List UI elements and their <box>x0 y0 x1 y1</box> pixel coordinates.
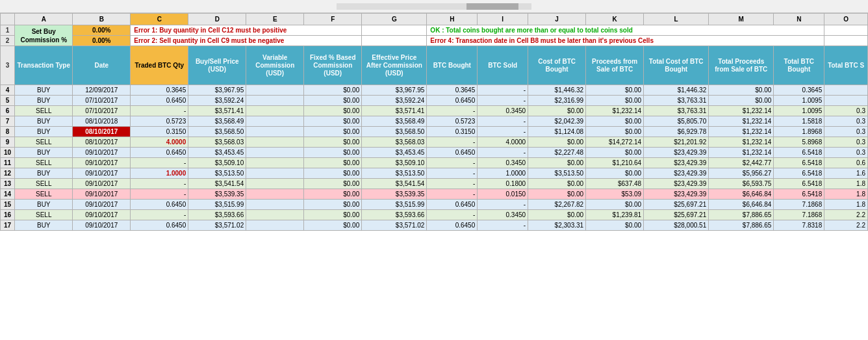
cell-fixed-comm: $0.00 <box>304 179 362 189</box>
col-a-header[interactable]: A <box>15 14 73 25</box>
col-j-header[interactable]: J <box>528 14 586 25</box>
cell-date: 09/10/2017 <box>73 220 131 231</box>
cell-proceeds: $0.00 <box>586 168 644 179</box>
cell-qty: 1.0000 <box>131 168 188 179</box>
error4-cell: Error 4: Transaction date in Cell B8 mus… <box>427 36 824 46</box>
cell-qty: 0.5723 <box>131 116 188 127</box>
cell-total-btc-bought: 6.5418 <box>774 158 824 168</box>
data-row-5: 5BUY07/10/20170.6450$3,592.24$0.00$3,592… <box>1 96 868 106</box>
col-o-header[interactable]: O <box>824 14 868 25</box>
top-bar <box>0 0 868 13</box>
cell-eff-price: $3,568.49 <box>362 116 427 127</box>
cell-eff-price: $3,568.03 <box>362 137 427 148</box>
cell-cost-bought: $0.00 <box>528 158 586 168</box>
cell-btc-sold: - <box>478 200 528 210</box>
cell-date: 09/10/2017 <box>73 200 131 210</box>
data-row-17: 17BUY09/10/20170.6450$3,571.02$0.00$3,57… <box>1 220 868 231</box>
col-i-header[interactable]: I <box>478 14 528 25</box>
ok1-cell: OK : Total coins bought are more than or… <box>427 25 824 36</box>
cell-btc-sold: 0.3450 <box>478 158 528 168</box>
cell-price: $3,967.95 <box>188 85 246 96</box>
cell-total-btc-bought: 7.8318 <box>774 220 824 231</box>
cell-proceeds: $0.00 <box>586 148 644 158</box>
cell-qty: 0.3150 <box>131 127 188 137</box>
cell-total-proceeds: $7,886.65 <box>709 220 774 231</box>
buy-commission-value[interactable]: 0.00% <box>73 25 131 36</box>
col-d-header[interactable]: D <box>188 14 246 25</box>
set-buy-commission-label: Set BuyCommission % <box>15 25 73 46</box>
cell-btc-bought: 0.5723 <box>427 116 478 127</box>
header-fixed-commission: Fixed % Based Commission (USD) <box>304 46 362 85</box>
cell-var-comm <box>246 179 304 189</box>
cell-fixed-comm: $0.00 <box>304 116 362 127</box>
sell-commission-value[interactable]: 0.00% <box>73 36 131 46</box>
col-l-header[interactable]: L <box>644 14 709 25</box>
cell-type: SELL <box>15 137 73 148</box>
cell-var-comm <box>246 158 304 168</box>
row-num-4: 4 <box>1 85 15 96</box>
cell-var-comm <box>246 220 304 231</box>
cell-type: BUY <box>15 200 73 210</box>
cell-total-btc-sold: 1.8 <box>824 179 868 189</box>
cell-btc-sold: - <box>478 96 528 106</box>
col-g-header[interactable]: G <box>362 14 427 25</box>
col-k-header[interactable]: K <box>586 14 644 25</box>
cell-price: $3,568.03 <box>188 137 246 148</box>
cell-proceeds: $1,210.64 <box>586 158 644 168</box>
data-row-11: 11SELL09/10/2017-$3,509.10$0.00$3,509.10… <box>1 158 868 168</box>
cell-total-btc-bought: 1.0095 <box>774 96 824 106</box>
cell-var-comm <box>246 200 304 210</box>
cell-date: 09/10/2017 <box>73 210 131 220</box>
row-num-12: 12 <box>1 168 15 179</box>
cell-total-cost: $1,446.32 <box>644 85 709 96</box>
col-b-header[interactable]: B <box>73 14 131 25</box>
header-eff-price: Effective Price After Commission (USD) <box>362 46 427 85</box>
col-e-header[interactable]: E <box>246 14 304 25</box>
row-num-2: 2 <box>1 36 15 46</box>
cell-total-btc-sold <box>824 85 868 96</box>
cell-total-cost: $3,763.31 <box>644 106 709 116</box>
data-row-9: 9SELL08/10/20174.0000$3,568.03$0.00$3,56… <box>1 137 868 148</box>
col-h-header[interactable]: H <box>427 14 478 25</box>
cell-eff-price: $3,509.10 <box>362 158 427 168</box>
cell-total-proceeds: $6,593.75 <box>709 179 774 189</box>
cell-eff-price: $3,967.95 <box>362 85 427 96</box>
col-f-header[interactable]: F <box>304 14 362 25</box>
main-table: A B C D E F G H I J K L M N O 1 Set BuyC… <box>0 13 868 231</box>
row-num-16: 16 <box>1 210 15 220</box>
cell-eff-price: $3,568.50 <box>362 127 427 137</box>
cell-var-comm <box>246 116 304 127</box>
col-n-header[interactable]: N <box>774 14 824 25</box>
cell-cost-bought: $1,446.32 <box>528 85 586 96</box>
cell-total-btc-bought: 7.1868 <box>774 200 824 210</box>
col-c-header[interactable]: C <box>131 14 188 25</box>
data-row-6: 6SELL07/10/2017-$3,571.41$0.00$3,571.41-… <box>1 106 868 116</box>
cell-total-cost: $23,429.39 <box>644 148 709 158</box>
header-var-commission: Variable Commission (USD) <box>246 46 304 85</box>
cell-total-cost: $3,763.31 <box>644 96 709 106</box>
cell-total-cost: $23,429.39 <box>644 158 709 168</box>
col-m-header[interactable]: M <box>709 14 774 25</box>
cell-btc-sold: 0.3450 <box>478 210 528 220</box>
cell-eff-price: $3,539.35 <box>362 189 427 200</box>
cell-total-btc-bought: 6.5418 <box>774 168 824 179</box>
row-num-9: 9 <box>1 137 15 148</box>
cell-type: SELL <box>15 179 73 189</box>
cell-type: BUY <box>15 127 73 137</box>
cell-qty: - <box>131 189 188 200</box>
row-num-10: 10 <box>1 148 15 158</box>
cell-total-proceeds: $0.00 <box>709 96 774 106</box>
row-num-11: 11 <box>1 158 15 168</box>
cell-var-comm <box>246 168 304 179</box>
cell-qty: 0.6450 <box>131 148 188 158</box>
cell-fixed-comm: $0.00 <box>304 148 362 158</box>
cell-proceeds: $0.00 <box>586 127 644 137</box>
cell-total-btc-sold <box>824 96 868 106</box>
data-row-10: 10BUY09/10/20170.6450$3,453.45$0.00$3,45… <box>1 148 868 158</box>
header-transaction-type: Transaction Type <box>15 46 73 85</box>
cell-total-btc-sold: 0.3 <box>824 137 868 148</box>
cell-qty: 0.3645 <box>131 85 188 96</box>
header-proceeds: Proceeds from Sale of BTC <box>586 46 644 85</box>
cell-price: $3,571.41 <box>188 106 246 116</box>
cell-total-btc-sold: 1.8 <box>824 189 868 200</box>
